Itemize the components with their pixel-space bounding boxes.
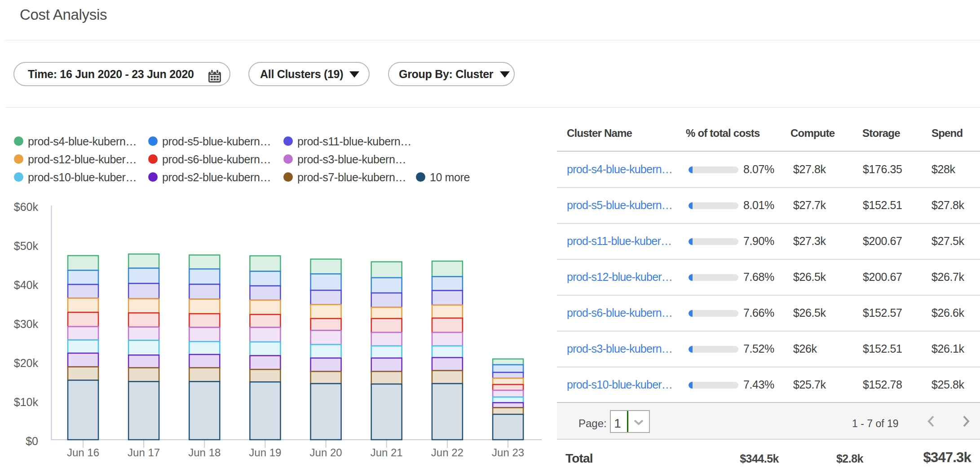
svg-text:Jun 22: Jun 22 [431,446,464,459]
svg-text:$0: $0 [26,435,38,447]
svg-text:$10k: $10k [14,396,39,408]
svg-text:Jun 21: Jun 21 [371,446,403,459]
svg-text:Jun 20: Jun 20 [310,446,342,459]
svg-text:$30k: $30k [14,318,39,330]
svg-text:$40k: $40k [14,279,39,291]
svg-text:Jun 19: Jun 19 [249,446,281,459]
svg-text:$50k: $50k [14,240,39,252]
svg-text:Jun 16: Jun 16 [67,446,99,459]
svg-text:$20k: $20k [14,357,39,369]
svg-text:Jun 17: Jun 17 [128,446,160,459]
svg-text:Jun 18: Jun 18 [188,446,221,459]
svg-text:$60k: $60k [14,201,39,213]
svg-text:Jun 23: Jun 23 [492,446,524,459]
